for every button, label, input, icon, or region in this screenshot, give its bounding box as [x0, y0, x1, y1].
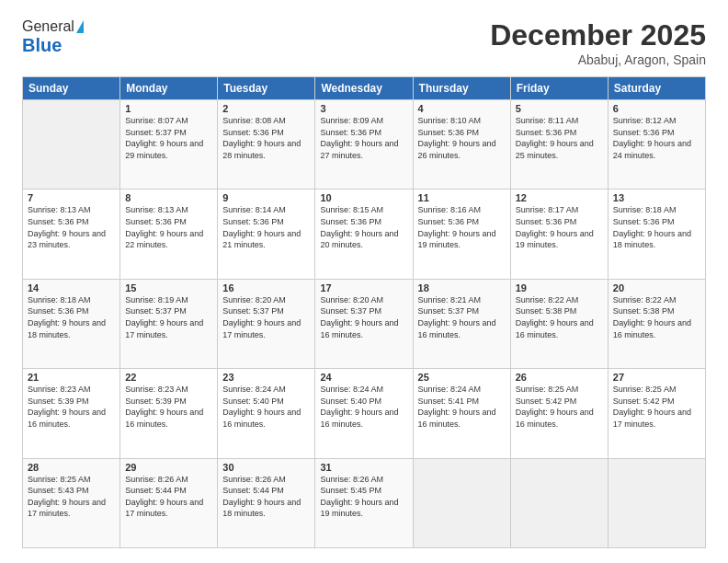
calendar-cell: 31Sunrise: 8:26 AMSunset: 5:45 PMDayligh… [315, 458, 413, 547]
calendar-cell: 6Sunrise: 8:12 AMSunset: 5:36 PMDaylight… [608, 100, 705, 190]
calendar-cell: 22Sunrise: 8:23 AMSunset: 5:39 PMDayligh… [120, 369, 218, 458]
day-info: Sunrise: 8:12 AMSunset: 5:36 PMDaylight:… [613, 115, 700, 161]
day-number: 21 [28, 372, 115, 383]
day-info: Sunrise: 8:17 AMSunset: 5:36 PMDaylight:… [516, 204, 603, 250]
calendar-cell: 5Sunrise: 8:11 AMSunset: 5:36 PMDaylight… [510, 100, 608, 190]
logo: General Blue [22, 18, 84, 56]
calendar-cell: 15Sunrise: 8:19 AMSunset: 5:37 PMDayligh… [120, 279, 218, 368]
calendar-header-row: SundayMondayTuesdayWednesdayThursdayFrid… [23, 77, 706, 100]
calendar-cell [608, 458, 705, 547]
day-info: Sunrise: 8:07 AMSunset: 5:37 PMDaylight:… [125, 115, 212, 161]
logo-blue-text: Blue [22, 35, 62, 56]
day-number: 28 [28, 462, 115, 473]
day-info: Sunrise: 8:08 AMSunset: 5:36 PMDaylight:… [222, 115, 310, 161]
calendar-cell [23, 100, 120, 190]
calendar-table: SundayMondayTuesdayWednesdayThursdayFrid… [22, 76, 706, 548]
day-info: Sunrise: 8:10 AMSunset: 5:36 PMDaylight:… [418, 115, 506, 161]
logo-general-text: General [22, 18, 74, 35]
calendar-cell: 29Sunrise: 8:26 AMSunset: 5:44 PMDayligh… [120, 458, 218, 547]
day-info: Sunrise: 8:15 AMSunset: 5:36 PMDaylight:… [320, 204, 407, 250]
day-info: Sunrise: 8:16 AMSunset: 5:36 PMDaylight:… [418, 204, 506, 250]
weekday-header: Thursday [413, 77, 510, 100]
calendar-cell: 26Sunrise: 8:25 AMSunset: 5:42 PMDayligh… [510, 369, 608, 458]
page: General Blue December 2025 Ababuj, Arago… [0, 0, 728, 563]
calendar-cell [510, 458, 608, 547]
day-info: Sunrise: 8:24 AMSunset: 5:40 PMDaylight:… [320, 384, 407, 430]
calendar-cell: 28Sunrise: 8:25 AMSunset: 5:43 PMDayligh… [23, 458, 120, 547]
calendar-cell: 8Sunrise: 8:13 AMSunset: 5:36 PMDaylight… [120, 190, 218, 279]
day-number: 4 [418, 103, 506, 114]
calendar-cell: 4Sunrise: 8:10 AMSunset: 5:36 PMDaylight… [413, 100, 510, 190]
day-info: Sunrise: 8:14 AMSunset: 5:36 PMDaylight:… [222, 204, 310, 250]
calendar-cell: 19Sunrise: 8:22 AMSunset: 5:38 PMDayligh… [510, 279, 608, 368]
day-info: Sunrise: 8:25 AMSunset: 5:43 PMDaylight:… [28, 474, 115, 520]
day-number: 6 [613, 103, 700, 114]
calendar-cell: 16Sunrise: 8:20 AMSunset: 5:37 PMDayligh… [218, 279, 315, 368]
day-number: 2 [222, 103, 310, 114]
day-info: Sunrise: 8:18 AMSunset: 5:36 PMDaylight:… [613, 204, 700, 250]
logo-triangle-icon [76, 20, 84, 33]
calendar-cell: 11Sunrise: 8:16 AMSunset: 5:36 PMDayligh… [413, 190, 510, 279]
calendar-week-row: 1Sunrise: 8:07 AMSunset: 5:37 PMDaylight… [23, 100, 706, 190]
day-number: 12 [516, 192, 603, 203]
calendar-cell: 2Sunrise: 8:08 AMSunset: 5:36 PMDaylight… [218, 100, 315, 190]
day-info: Sunrise: 8:25 AMSunset: 5:42 PMDaylight:… [516, 384, 603, 430]
day-number: 22 [125, 372, 212, 383]
day-info: Sunrise: 8:20 AMSunset: 5:37 PMDaylight:… [222, 294, 310, 340]
day-number: 30 [222, 462, 310, 473]
day-info: Sunrise: 8:09 AMSunset: 5:36 PMDaylight:… [320, 115, 407, 161]
day-number: 10 [320, 192, 407, 203]
calendar-cell: 24Sunrise: 8:24 AMSunset: 5:40 PMDayligh… [315, 369, 413, 458]
day-number: 11 [418, 192, 506, 203]
day-info: Sunrise: 8:13 AMSunset: 5:36 PMDaylight:… [28, 204, 115, 250]
day-number: 29 [125, 462, 212, 473]
weekday-header: Tuesday [218, 77, 315, 100]
day-info: Sunrise: 8:23 AMSunset: 5:39 PMDaylight:… [125, 384, 212, 430]
calendar-cell: 25Sunrise: 8:24 AMSunset: 5:41 PMDayligh… [413, 369, 510, 458]
location: Ababuj, Aragon, Spain [490, 52, 706, 67]
weekday-header: Saturday [608, 77, 705, 100]
day-number: 1 [125, 103, 212, 114]
calendar-week-row: 21Sunrise: 8:23 AMSunset: 5:39 PMDayligh… [23, 369, 706, 458]
day-number: 23 [222, 372, 310, 383]
calendar-cell: 13Sunrise: 8:18 AMSunset: 5:36 PMDayligh… [608, 190, 705, 279]
day-info: Sunrise: 8:24 AMSunset: 5:41 PMDaylight:… [418, 384, 506, 430]
day-number: 14 [28, 282, 115, 293]
weekday-header: Sunday [23, 77, 120, 100]
weekday-header: Monday [120, 77, 218, 100]
calendar-cell: 7Sunrise: 8:13 AMSunset: 5:36 PMDaylight… [23, 190, 120, 279]
day-number: 31 [320, 462, 407, 473]
day-info: Sunrise: 8:26 AMSunset: 5:45 PMDaylight:… [320, 474, 407, 520]
day-number: 25 [418, 372, 506, 383]
day-info: Sunrise: 8:19 AMSunset: 5:37 PMDaylight:… [125, 294, 212, 340]
day-number: 8 [125, 192, 212, 203]
day-info: Sunrise: 8:26 AMSunset: 5:44 PMDaylight:… [125, 474, 212, 520]
day-info: Sunrise: 8:22 AMSunset: 5:38 PMDaylight:… [613, 294, 700, 340]
day-number: 20 [613, 282, 700, 293]
day-number: 19 [516, 282, 603, 293]
day-number: 13 [613, 192, 700, 203]
day-info: Sunrise: 8:11 AMSunset: 5:36 PMDaylight:… [516, 115, 603, 161]
calendar-cell: 3Sunrise: 8:09 AMSunset: 5:36 PMDaylight… [315, 100, 413, 190]
day-number: 5 [516, 103, 603, 114]
calendar-cell: 12Sunrise: 8:17 AMSunset: 5:36 PMDayligh… [510, 190, 608, 279]
calendar-cell: 27Sunrise: 8:25 AMSunset: 5:42 PMDayligh… [608, 369, 705, 458]
weekday-header: Friday [510, 77, 608, 100]
calendar-cell: 9Sunrise: 8:14 AMSunset: 5:36 PMDaylight… [218, 190, 315, 279]
day-number: 27 [613, 372, 700, 383]
month-title: December 2025 [490, 18, 706, 52]
day-info: Sunrise: 8:26 AMSunset: 5:44 PMDaylight:… [222, 474, 310, 520]
calendar-cell: 18Sunrise: 8:21 AMSunset: 5:37 PMDayligh… [413, 279, 510, 368]
calendar-cell: 23Sunrise: 8:24 AMSunset: 5:40 PMDayligh… [218, 369, 315, 458]
calendar-cell: 30Sunrise: 8:26 AMSunset: 5:44 PMDayligh… [218, 458, 315, 547]
calendar-week-row: 7Sunrise: 8:13 AMSunset: 5:36 PMDaylight… [23, 190, 706, 279]
day-info: Sunrise: 8:18 AMSunset: 5:36 PMDaylight:… [28, 294, 115, 340]
day-info: Sunrise: 8:25 AMSunset: 5:42 PMDaylight:… [613, 384, 700, 430]
calendar-cell [413, 458, 510, 547]
calendar-cell: 17Sunrise: 8:20 AMSunset: 5:37 PMDayligh… [315, 279, 413, 368]
day-number: 18 [418, 282, 506, 293]
day-info: Sunrise: 8:20 AMSunset: 5:37 PMDaylight:… [320, 294, 407, 340]
day-number: 16 [222, 282, 310, 293]
day-number: 7 [28, 192, 115, 203]
day-number: 24 [320, 372, 407, 383]
